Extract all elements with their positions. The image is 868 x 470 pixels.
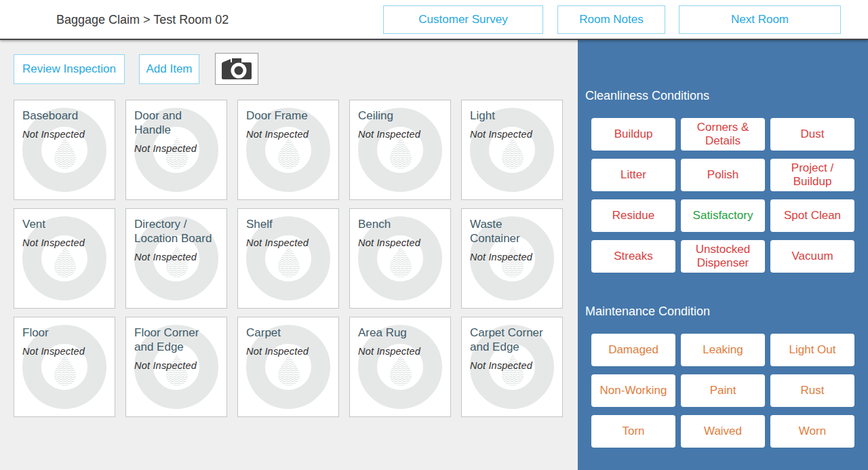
condition-polish[interactable]: Polish	[681, 159, 765, 191]
cleanliness-buttons-grid: Buildup Corners & Details Dust Litter Po…	[591, 118, 854, 273]
inspection-item-floor[interactable]: Floor Not Inspected	[14, 317, 115, 417]
inspection-item-floor-corner-and-edge[interactable]: Floor Corner and Edge Not Inspected	[125, 317, 227, 417]
take-photo-button[interactable]	[215, 53, 258, 85]
item-status: Not Inspected	[22, 237, 106, 248]
item-status: Not Inspected	[358, 129, 442, 140]
item-status: Not Inspected	[134, 143, 218, 154]
inspection-item-door-and-handle[interactable]: Door and Handle Not Inspected	[125, 100, 227, 200]
item-title: Door and Handle	[134, 109, 218, 137]
condition-corners-details[interactable]: Corners & Details	[681, 118, 765, 151]
droplet-icon	[389, 352, 412, 387]
inspection-item-directory-location-board[interactable]: Directory / Location Board Not Inspected	[125, 208, 227, 309]
inspection-item-ceiling[interactable]: Ceiling Not Inspected	[349, 100, 451, 200]
item-status: Not Inspected	[134, 252, 218, 262]
customer-survey-button[interactable]: Customer Survey	[383, 5, 543, 34]
inspection-app: Baggage Claim > Test Room 02 Customer Su…	[0, 0, 868, 470]
condition-buildup[interactable]: Buildup	[591, 118, 675, 151]
condition-unstocked-dispenser[interactable]: Unstocked Dispenser	[681, 240, 765, 273]
condition-rust[interactable]: Rust	[770, 374, 854, 407]
droplet-icon	[389, 135, 412, 170]
droplet-icon	[277, 135, 300, 170]
droplet-icon	[54, 352, 77, 387]
condition-streaks[interactable]: Streaks	[591, 240, 675, 273]
item-status: Not Inspected	[470, 252, 554, 262]
droplet-icon	[389, 243, 412, 279]
item-title: Shelf	[246, 217, 330, 231]
inspection-item-carpet-corner-and-edge[interactable]: Carpet Corner and Edge Not Inspected	[461, 317, 563, 417]
condition-non-working[interactable]: Non-Working	[591, 374, 675, 407]
item-title: Waste Container	[470, 217, 554, 246]
condition-damaged[interactable]: Damaged	[591, 334, 675, 366]
item-title: Floor Corner and Edge	[134, 326, 218, 354]
item-status: Not Inspected	[246, 129, 330, 140]
item-title: Baseboard	[22, 109, 106, 123]
condition-worn[interactable]: Worn	[770, 415, 854, 448]
condition-leaking[interactable]: Leaking	[681, 334, 765, 366]
add-item-button[interactable]: Add Item	[139, 54, 199, 84]
condition-dust[interactable]: Dust	[770, 118, 854, 151]
item-title: Carpet Corner and Edge	[470, 326, 554, 354]
item-status: Not Inspected	[22, 129, 106, 140]
item-title: Bench	[358, 217, 442, 231]
condition-project-buildup[interactable]: Project / Buildup	[770, 159, 854, 191]
maintenance-condition-title: Maintenance Condition	[585, 305, 710, 319]
condition-waived[interactable]: Waived	[681, 415, 765, 448]
condition-vacuum[interactable]: Vacuum	[770, 240, 854, 273]
item-status: Not Inspected	[246, 237, 330, 248]
item-status: Not Inspected	[134, 360, 218, 371]
inspection-item-door-frame[interactable]: Door Frame Not Inspected	[237, 100, 339, 200]
item-status: Not Inspected	[358, 346, 442, 357]
condition-spot-clean[interactable]: Spot Clean	[770, 199, 854, 232]
droplet-icon	[501, 135, 524, 170]
cleanliness-conditions-title: Cleanliness Conditions	[585, 89, 709, 103]
maintenance-buttons-grid: Damaged Leaking Light Out Non-Working Pa…	[591, 334, 854, 448]
inspection-item-light[interactable]: Light Not Inspected	[461, 100, 563, 200]
camera-icon	[221, 56, 252, 82]
inspection-item-shelf[interactable]: Shelf Not Inspected	[237, 208, 339, 309]
conditions-panel: Cleanliness Conditions Buildup Corners &…	[578, 40, 868, 470]
item-status: Not Inspected	[470, 129, 554, 140]
item-title: Ceiling	[358, 109, 442, 123]
item-status: Not Inspected	[358, 237, 442, 248]
droplet-icon	[54, 135, 77, 170]
header-bar: Baggage Claim > Test Room 02 Customer Su…	[0, 0, 868, 40]
condition-paint[interactable]: Paint	[681, 374, 765, 407]
condition-light-out[interactable]: Light Out	[770, 334, 854, 366]
inspection-item-area-rug[interactable]: Area Rug Not Inspected	[349, 317, 451, 417]
item-status: Not Inspected	[246, 346, 330, 357]
inspection-item-bench[interactable]: Bench Not Inspected	[349, 208, 451, 309]
inspection-item-waste-container[interactable]: Waste Container Not Inspected	[461, 208, 563, 309]
condition-satisfactory[interactable]: Satisfactory	[681, 199, 765, 232]
item-title: Light	[470, 109, 554, 123]
condition-litter[interactable]: Litter	[591, 159, 675, 191]
inspection-items-grid: Baseboard Not Inspected Door and Handle …	[14, 100, 563, 417]
condition-residue[interactable]: Residue	[591, 199, 675, 232]
droplet-icon	[277, 352, 300, 387]
item-title: Directory / Location Board	[134, 217, 218, 246]
droplet-icon	[54, 243, 77, 279]
inspection-item-vent[interactable]: Vent Not Inspected	[14, 208, 115, 309]
room-notes-button[interactable]: Room Notes	[557, 5, 665, 34]
inspection-item-carpet[interactable]: Carpet Not Inspected	[237, 317, 339, 417]
droplet-icon	[277, 243, 300, 279]
condition-torn[interactable]: Torn	[591, 415, 675, 448]
breadcrumb: Baggage Claim > Test Room 02	[56, 13, 229, 27]
next-room-button[interactable]: Next Room	[679, 5, 841, 34]
item-title: Carpet	[246, 326, 330, 340]
item-title: Vent	[22, 217, 106, 231]
item-title: Area Rug	[358, 326, 442, 340]
item-title: Floor	[22, 326, 106, 340]
item-status: Not Inspected	[470, 360, 554, 371]
item-status: Not Inspected	[22, 346, 106, 357]
review-inspection-button[interactable]: Review Inspection	[14, 54, 125, 84]
item-title: Door Frame	[246, 109, 330, 123]
inspection-item-baseboard[interactable]: Baseboard Not Inspected	[14, 100, 115, 200]
